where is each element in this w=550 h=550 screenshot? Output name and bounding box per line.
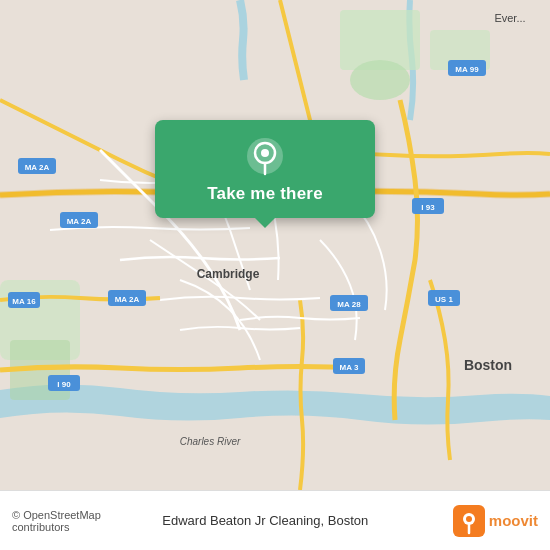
moovit-logo: moovit xyxy=(453,505,538,537)
svg-text:MA 2A: MA 2A xyxy=(115,295,140,304)
copyright-text: © OpenStreetMap contributors xyxy=(12,509,152,533)
location-tooltip[interactable]: Take me there xyxy=(155,120,375,218)
svg-point-34 xyxy=(261,149,269,157)
location-title: Edward Beaton Jr Cleaning, Boston xyxy=(162,513,443,528)
moovit-brand-text: moovit xyxy=(489,512,538,529)
map-pin-icon xyxy=(245,136,285,176)
svg-text:I 90: I 90 xyxy=(57,380,71,389)
svg-text:MA 2A: MA 2A xyxy=(67,217,92,226)
moovit-logo-icon xyxy=(453,505,485,537)
svg-text:Charles River: Charles River xyxy=(180,436,241,447)
map-background: MA 2A MA 2A MA 2A MA 28 MA 99 I 93 MA 28… xyxy=(0,0,550,490)
svg-text:MA 16: MA 16 xyxy=(12,297,36,306)
svg-text:I 93: I 93 xyxy=(421,203,435,212)
svg-point-37 xyxy=(466,516,472,522)
map-container: MA 2A MA 2A MA 2A MA 28 MA 99 I 93 MA 28… xyxy=(0,0,550,490)
bottom-bar: © OpenStreetMap contributors Edward Beat… xyxy=(0,490,550,550)
svg-text:Ever...: Ever... xyxy=(494,12,525,24)
take-me-there-button[interactable]: Take me there xyxy=(207,184,323,204)
svg-text:MA 2A: MA 2A xyxy=(25,163,50,172)
svg-text:Cambridge: Cambridge xyxy=(197,267,260,281)
svg-text:MA 28: MA 28 xyxy=(337,300,361,309)
svg-text:MA 99: MA 99 xyxy=(455,65,479,74)
svg-point-3 xyxy=(350,60,410,100)
svg-text:US 1: US 1 xyxy=(435,295,453,304)
svg-text:MA 3: MA 3 xyxy=(340,363,359,372)
svg-text:Boston: Boston xyxy=(464,357,512,373)
